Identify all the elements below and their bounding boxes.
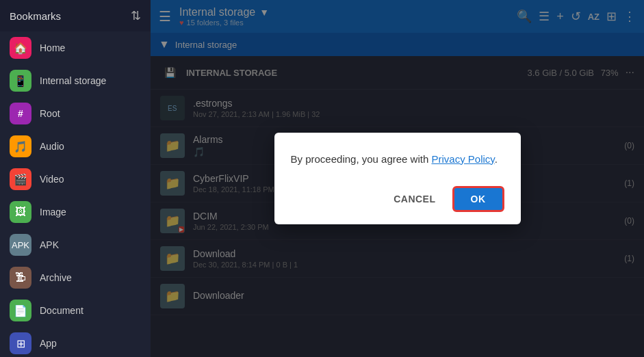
sidebar-label-home: Home [40, 42, 65, 53]
video-icon: 🎬 [10, 168, 31, 190]
sidebar-label-root: Root [40, 108, 60, 119]
root-icon: # [10, 103, 31, 124]
sidebar: Bookmarks ⇅ 🏠 Home 📱 Internal storage # … [0, 0, 151, 357]
dialog-actions: CANCEL OK [291, 186, 504, 212]
modal-overlay: By proceeding, you agree with Privacy Po… [151, 0, 644, 357]
sidebar-label-video: Video [40, 174, 64, 185]
sidebar-label-app: App [40, 338, 57, 349]
sidebar-label-internal-storage: Internal storage [40, 75, 106, 86]
sidebar-item-document[interactable]: 📄 Document [0, 294, 151, 327]
apk-icon: APK [10, 234, 31, 256]
sidebar-item-root[interactable]: # Root [0, 97, 151, 130]
main-area: ☰ Internal storage ▼ ♥ 15 folders, 3 fil… [151, 0, 644, 357]
audio-icon: 🎵 [10, 135, 31, 157]
sidebar-item-app[interactable]: ⊞ App [0, 327, 151, 357]
sidebar-item-apk[interactable]: APK APK [0, 228, 151, 261]
sidebar-item-home[interactable]: 🏠 Home [0, 31, 151, 64]
app-icon: ⊞ [10, 332, 31, 354]
internal-storage-icon: 📱 [10, 70, 31, 92]
ok-button[interactable]: OK [452, 186, 504, 212]
sidebar-item-internal-storage[interactable]: 📱 Internal storage [0, 64, 151, 97]
sidebar-label-apk: APK [40, 239, 59, 250]
cancel-button[interactable]: CANCEL [383, 188, 446, 210]
sidebar-label-document: Document [40, 305, 83, 316]
archive-icon: 🗜 [10, 267, 31, 289]
sidebar-item-archive[interactable]: 🗜 Archive [0, 261, 151, 294]
image-icon: 🖼 [10, 201, 31, 223]
dialog-message: By proceeding, you agree with Privacy Po… [291, 152, 504, 168]
sidebar-label-image: Image [40, 207, 66, 217]
sidebar-sort-icon[interactable]: ⇅ [131, 8, 141, 23]
sidebar-header: Bookmarks ⇅ [0, 0, 151, 31]
sidebar-label-archive: Archive [40, 272, 72, 283]
sidebar-item-image[interactable]: 🖼 Image [0, 196, 151, 228]
sidebar-item-audio[interactable]: 🎵 Audio [0, 130, 151, 163]
privacy-dialog: By proceeding, you agree with Privacy Po… [274, 133, 521, 225]
privacy-policy-link[interactable]: Privacy Policy [431, 153, 494, 165]
sidebar-label-audio: Audio [40, 141, 64, 152]
home-icon: 🏠 [10, 37, 31, 59]
sidebar-item-video[interactable]: 🎬 Video [0, 163, 151, 196]
document-icon: 📄 [10, 300, 31, 321]
sidebar-title: Bookmarks [10, 10, 61, 22]
